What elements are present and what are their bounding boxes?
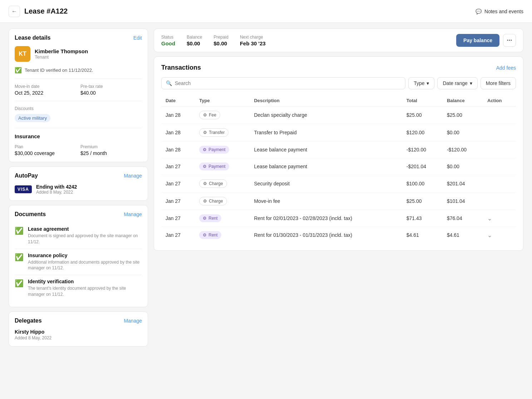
type-badge: ⚙ Fee	[199, 111, 220, 119]
move-in-label: Move-in date	[15, 84, 76, 89]
delegates-title: Delegates	[15, 318, 42, 324]
row-action	[483, 106, 516, 124]
back-button[interactable]: ←	[9, 6, 20, 17]
insurance-section: Insurance Plan $30,000 coverage Premium …	[15, 128, 142, 156]
search-input[interactable]	[175, 80, 401, 86]
col-total: Total	[402, 95, 443, 106]
pay-balance-button[interactable]: Pay balance	[456, 34, 499, 47]
card-ending-date: Added 8 May, 2022	[36, 190, 77, 195]
row-description: Rent for 02/01/2023 - 02/28/2023 (incld.…	[250, 210, 402, 227]
row-action	[483, 175, 516, 193]
expand-button[interactable]: ⌄	[487, 232, 492, 239]
row-total: -$201.04	[402, 158, 443, 175]
row-balance: $0.00	[443, 158, 483, 175]
expand-button[interactable]: ⌄	[487, 215, 492, 222]
row-balance: $201.04	[443, 175, 483, 193]
add-fees-button[interactable]: Add fees	[496, 65, 516, 71]
status-value: Good	[161, 40, 175, 46]
lease-details-header: Lease details Edit	[15, 35, 142, 41]
check-icon: ✅	[15, 253, 24, 261]
col-balance: Balance	[443, 95, 483, 106]
more-options-button[interactable]: ···	[503, 34, 516, 47]
more-filters-button[interactable]: More filters	[481, 77, 516, 89]
row-total: $25.00	[402, 193, 443, 210]
row-date: Jan 27	[161, 193, 195, 210]
transactions-table: Date Type Description Total Balance Acti…	[161, 95, 516, 243]
doc-content: Insurance policy Additional information …	[28, 253, 142, 271]
row-action	[483, 124, 516, 141]
insurance-premium-value: $25 / month	[80, 150, 142, 156]
verified-icon: ✅	[15, 67, 22, 74]
col-date: Date	[161, 95, 195, 106]
pre-tax-item: Pre-tax rate $40.00	[80, 84, 142, 96]
app-header: ← Lease #A122 💬 Notes and events	[0, 0, 532, 23]
table-row: Jan 27 ⚙ Charge Move-in fee $25.00 $101.…	[161, 193, 516, 210]
delegate-name: Kirsty Hippo	[15, 329, 142, 335]
autopay-content: VISA Ending with 4242 Added 8 May, 2022	[15, 184, 142, 195]
row-type: ⚙ Payment	[195, 158, 250, 175]
row-action[interactable]: ⌄	[483, 227, 516, 244]
row-action	[483, 158, 516, 175]
row-type: ⚙ Transfer	[195, 124, 250, 141]
status-label: Status	[161, 35, 175, 40]
main-content: Lease details Edit KT Kimberlie Thompson…	[0, 23, 532, 352]
insurance-title: Insurance	[15, 133, 142, 139]
lease-details-title: Lease details	[15, 35, 51, 41]
transactions-header: Transactions Add fees	[161, 64, 516, 71]
check-icon: ✅	[15, 279, 24, 288]
delegates-manage-button[interactable]: Manage	[124, 318, 142, 324]
tenant-row: KT Kimberlie Thompson Tenant	[15, 46, 142, 62]
tenant-name: Kimberlie Thompson	[35, 48, 88, 54]
documents-list: ✅ Lease agreement Document is signed and…	[15, 223, 142, 301]
type-badge: ⚙ Transfer	[199, 128, 228, 137]
edit-button[interactable]: Edit	[133, 35, 142, 41]
date-range-filter-button[interactable]: Date range ▾	[437, 77, 477, 89]
prepaid-value: $0.00	[214, 40, 228, 46]
row-total: -$120.00	[402, 141, 443, 158]
col-description: Description	[250, 95, 402, 106]
row-total: $71.43	[402, 210, 443, 227]
discounts-label: Discounts	[15, 106, 142, 111]
row-type: ⚙ Charge	[195, 175, 250, 193]
insurance-grid: Plan $30,000 coverage Premium $25 / mont…	[15, 143, 142, 156]
verified-row: ✅ Tenant ID verified on 11/12/2022.	[15, 67, 142, 79]
row-balance: $76.04	[443, 210, 483, 227]
row-type: ⚙ Rent	[195, 227, 250, 244]
table-header: Date Type Description Total Balance Acti…	[161, 95, 516, 106]
status-bar: Status Good Balance $0.00 Prepaid $0.00 …	[154, 29, 523, 52]
documents-card: Documents Manage ✅ Lease agreement Docum…	[9, 205, 148, 307]
table-row: Jan 27 ⚙ Rent Rent for 02/01/2023 - 02/2…	[161, 210, 516, 227]
autopay-manage-button[interactable]: Manage	[124, 173, 142, 179]
row-description: Security deposit	[250, 175, 402, 193]
type-badge: ⚙ Charge	[199, 197, 227, 205]
status-actions: Pay balance ···	[456, 34, 516, 47]
delegates-card: Delegates Manage Kirsty Hippo Added 8 Ma…	[9, 311, 148, 346]
gear-icon: ⚙	[203, 216, 207, 221]
doc-content: Identity verification The tenant's ident…	[28, 279, 142, 298]
type-filter-button[interactable]: Type ▾	[408, 77, 434, 89]
doc-title: Lease agreement	[28, 226, 142, 232]
row-description: Rent for 01/30/2023 - 01/31/2023 (incld.…	[250, 227, 402, 244]
visa-logo: VISA	[15, 185, 32, 193]
table-row: Jan 28 ⚙ Payment Lease balance payment -…	[161, 141, 516, 158]
tenant-info: Kimberlie Thompson Tenant	[35, 48, 88, 60]
row-description: Move-in fee	[250, 193, 402, 210]
insurance-plan-value: $30,000 coverage	[15, 150, 76, 156]
row-description: Transfer to Prepaid	[250, 124, 402, 141]
row-description: Lease balance payment	[250, 141, 402, 158]
row-action[interactable]: ⌄	[483, 210, 516, 227]
list-item: ✅ Lease agreement Document is signed and…	[15, 223, 142, 249]
list-item: ✅ Identity verification The tenant's ide…	[15, 275, 142, 301]
type-badge: ⚙ Charge	[199, 179, 227, 188]
row-balance: $25.00	[443, 106, 483, 124]
notes-events-button[interactable]: 💬 Notes and events	[476, 9, 523, 14]
info-grid: Move-in date Oct 25, 2022 Pre-tax rate $…	[15, 79, 142, 101]
transactions-title: Transactions	[161, 64, 201, 71]
documents-manage-button[interactable]: Manage	[124, 211, 142, 217]
gear-icon: ⚙	[203, 130, 207, 135]
table-row: Jan 27 ⚙ Payment Lease balance payment -…	[161, 158, 516, 175]
pre-tax-label: Pre-tax rate	[80, 84, 142, 89]
gear-icon: ⚙	[203, 181, 207, 186]
gear-icon: ⚙	[203, 147, 207, 152]
insurance-plan-item: Plan $30,000 coverage	[15, 144, 76, 156]
